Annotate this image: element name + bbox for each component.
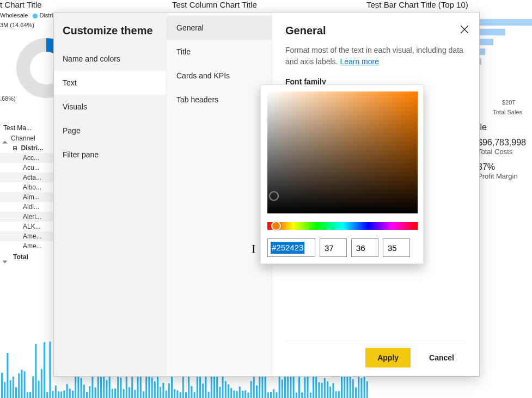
svg-rect-11	[32, 376, 34, 398]
svg-rect-87	[247, 393, 249, 398]
svg-rect-107	[304, 377, 305, 398]
bar-chart	[472, 19, 532, 68]
svg-rect-67	[191, 386, 192, 398]
matrix-visual: Test Ma... Channel ⊟ Distri... Acc... Ac…	[0, 123, 57, 262]
green-input[interactable]	[351, 238, 378, 257]
svg-rect-18	[52, 391, 54, 398]
svg-rect-119	[338, 391, 340, 398]
svg-rect-62	[176, 390, 178, 398]
nav-filter-pane[interactable]: Filter pane	[54, 143, 166, 167]
svg-rect-59	[168, 383, 170, 398]
nav-page[interactable]: Page	[54, 119, 166, 143]
subnav-general[interactable]: General	[167, 16, 272, 40]
svg-rect-114	[324, 378, 326, 398]
svg-rect-125	[355, 387, 357, 398]
svg-rect-116	[329, 387, 331, 398]
svg-rect-129	[366, 381, 368, 398]
svg-rect-12	[35, 344, 36, 398]
panel-description: Format most of the text in each visual, …	[285, 45, 466, 68]
svg-rect-24	[69, 389, 71, 398]
svg-rect-22	[63, 390, 65, 398]
panel-title: General	[285, 25, 466, 37]
scroll-up-icon[interactable]	[2, 139, 8, 145]
color-picker-popover: #252423	[260, 84, 424, 264]
nav-visuals[interactable]: Visuals	[54, 95, 166, 119]
red-input[interactable]	[320, 238, 347, 257]
dialog-subnav: General Title Cards and KPIs Tab headers	[167, 13, 272, 376]
svg-rect-104	[296, 393, 297, 398]
svg-rect-15	[44, 342, 45, 398]
svg-rect-109	[310, 393, 311, 398]
svg-rect-16	[46, 392, 48, 398]
svg-rect-40	[114, 389, 116, 398]
svg-rect-25	[72, 390, 74, 398]
nav-name-and-colors[interactable]: Name and colors	[54, 47, 166, 71]
svg-rect-124	[352, 379, 354, 398]
subnav-cards-kpis[interactable]: Cards and KPIs	[167, 64, 272, 88]
svg-rect-96	[273, 389, 274, 398]
hue-slider[interactable]	[267, 222, 418, 230]
kpi-value: 37%	[478, 162, 532, 172]
svg-rect-95	[270, 392, 272, 398]
svg-rect-48	[137, 375, 139, 398]
pie-chart-title: t Chart Title	[0, 0, 42, 9]
svg-rect-5	[15, 387, 17, 398]
svg-rect-8	[24, 371, 26, 398]
svg-rect-0	[1, 373, 3, 398]
svg-rect-58	[166, 390, 167, 398]
table-row: Acu...	[0, 163, 57, 173]
dialog-title: Customize theme	[54, 13, 166, 47]
svg-rect-63	[180, 392, 181, 398]
table-row: Aim...	[0, 192, 57, 202]
svg-rect-56	[160, 387, 161, 398]
saturation-value-field[interactable]	[267, 91, 418, 213]
scroll-down-icon[interactable]	[2, 259, 8, 265]
kpi-label: Profit Margin	[478, 172, 532, 180]
sv-handle[interactable]	[269, 191, 279, 201]
nav-text[interactable]: Text	[54, 71, 166, 95]
kpi-label: Total Costs	[478, 148, 532, 156]
svg-rect-65	[185, 393, 187, 398]
dialog-nav: Customize theme Name and colors Text Vis…	[54, 13, 167, 376]
svg-rect-82	[233, 390, 235, 398]
svg-rect-97	[276, 392, 277, 398]
apply-button[interactable]: Apply	[365, 348, 411, 368]
subnav-title[interactable]: Title	[167, 40, 272, 64]
column-chart-title: Test Column Chart Title	[172, 0, 257, 9]
svg-rect-86	[244, 390, 246, 398]
close-icon[interactable]	[460, 25, 469, 34]
svg-rect-112	[318, 382, 320, 398]
table-row: ⊟ Distri...	[0, 143, 57, 153]
table-row: Ame...	[0, 241, 57, 251]
bar-axis-tick: $20T	[502, 99, 516, 106]
subnav-tab-headers[interactable]: Tab headers	[167, 88, 272, 112]
svg-rect-79	[225, 381, 227, 398]
matrix-header: Channel	[0, 133, 57, 143]
svg-rect-13	[38, 381, 40, 398]
learn-more-link[interactable]: Learn more	[340, 57, 379, 66]
hue-handle[interactable]	[271, 221, 281, 231]
svg-rect-94	[267, 393, 269, 398]
svg-rect-54	[154, 381, 156, 398]
svg-rect-19	[55, 385, 57, 398]
svg-rect-99	[282, 379, 283, 398]
svg-rect-47	[134, 390, 136, 398]
svg-rect-66	[188, 376, 189, 398]
svg-rect-50	[143, 391, 144, 398]
dialog-footer: Apply Cancel	[285, 340, 466, 368]
svg-rect-7	[21, 370, 22, 398]
table-row: ALK...	[0, 222, 57, 231]
svg-rect-123	[350, 374, 351, 398]
svg-rect-33	[95, 387, 96, 398]
table-row: Ame...	[0, 231, 57, 241]
blue-input[interactable]	[383, 238, 410, 257]
svg-rect-31	[89, 387, 90, 398]
svg-rect-73	[208, 391, 210, 398]
hex-input[interactable]	[267, 238, 315, 257]
svg-rect-90	[256, 385, 258, 398]
svg-rect-1	[4, 382, 5, 398]
svg-rect-32	[91, 377, 93, 398]
svg-rect-68	[194, 392, 195, 398]
cancel-button[interactable]: Cancel	[417, 348, 466, 368]
svg-rect-4	[13, 377, 14, 398]
